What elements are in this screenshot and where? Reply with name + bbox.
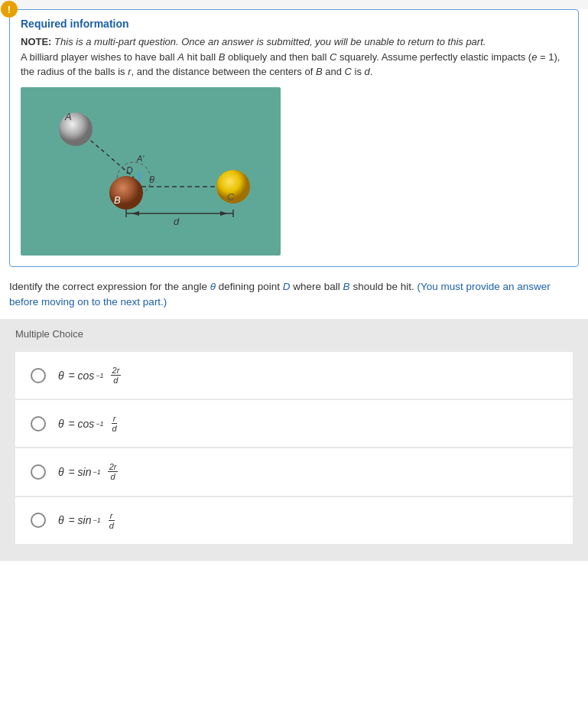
svg-point-5: [59, 112, 93, 146]
question-text: Identify the correct expression for the …: [9, 279, 579, 311]
ball-b-ref: B: [343, 281, 350, 292]
mc-title: Multiple Choice: [15, 328, 573, 340]
theta-ref: θ: [210, 281, 216, 292]
option-4[interactable]: θ = sin−1 rd: [15, 497, 573, 544]
svg-marker-19: [220, 211, 228, 216]
radio-4[interactable]: [31, 513, 46, 528]
option-1-label: θ = cos−1 2rd: [58, 366, 121, 385]
radio-1[interactable]: [31, 368, 46, 383]
option-3[interactable]: θ = sin−1 2rd: [15, 448, 573, 495]
radio-2[interactable]: [31, 416, 46, 431]
svg-text:d: d: [174, 216, 180, 227]
point-d-ref: D: [283, 281, 291, 292]
option-1[interactable]: θ = cos−1 2rd: [15, 352, 573, 399]
info-note: NOTE: This is a multi-part question. Onc…: [21, 34, 567, 80]
note-italic: This is a multi-part question. Once an a…: [54, 36, 486, 47]
svg-text:A': A': [136, 154, 145, 163]
svg-text:B: B: [114, 194, 121, 206]
option-4-label: θ = sin−1 rd: [58, 511, 115, 530]
option-3-label: θ = sin−1 2rd: [58, 462, 118, 481]
option-2[interactable]: θ = cos−1 rd: [15, 400, 573, 447]
option-2-label: θ = cos−1 rd: [58, 414, 119, 433]
info-box: ! Required information NOTE: This is a m…: [9, 9, 579, 267]
svg-text:θ: θ: [149, 174, 154, 185]
instruction-text: (You must provide an answer before movin…: [9, 281, 551, 308]
info-title: Required information: [21, 18, 567, 30]
svg-text:A: A: [64, 111, 72, 122]
svg-text:C: C: [227, 191, 235, 203]
multiple-choice-section: Multiple Choice θ = cos−1 2rd θ = cos−1 …: [0, 319, 588, 561]
svg-text:D: D: [126, 165, 133, 176]
note-label: NOTE:: [21, 36, 51, 47]
alert-icon: !: [1, 1, 18, 18]
radio-3[interactable]: [31, 464, 46, 480]
billiard-diagram: A B D A' θ C d: [21, 87, 281, 256]
svg-marker-18: [132, 211, 139, 216]
